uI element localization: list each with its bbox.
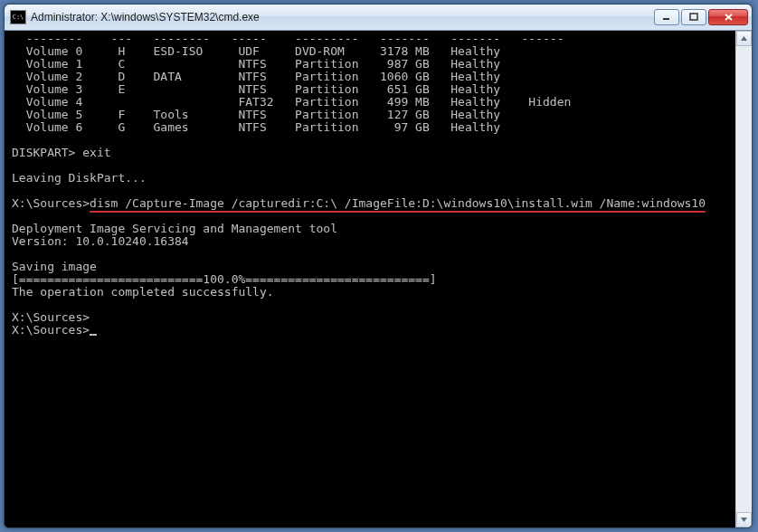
terminal-output[interactable]: -------- --- -------- ----- --------- --… [5,31,735,527]
volume-row: Volume 3 E NTFS Partition 651 GB Healthy [12,82,500,96]
svg-marker-5 [741,518,747,522]
close-button[interactable] [708,9,748,25]
divider-line: -------- --- -------- ----- --------- --… [12,32,564,45]
window-title: Administrator: X:\windows\SYSTEM32\cmd.e… [31,11,654,24]
window-controls [654,9,748,25]
scroll-down-button[interactable] [736,512,752,527]
volume-row: Volume 0 H ESD-ISO UDF DVD-ROM 3178 MB H… [12,44,500,58]
prompt: X:\Sources> [12,323,90,337]
volume-row: Volume 4 FAT32 Partition 499 MB Healthy … [12,95,571,109]
volume-row: Volume 2 D DATA NTFS Partition 1060 GB H… [12,70,500,83]
dism-version-line: Version: 10.0.10240.16384 [12,234,189,248]
dism-tool-line: Deployment Image Servicing and Managemen… [12,222,337,235]
scroll-track[interactable] [736,46,752,512]
prompt: X:\Sources> [12,196,90,210]
cmd-icon: C:\ [10,10,26,24]
minimize-button[interactable] [654,9,679,25]
maximize-button[interactable] [681,9,706,25]
operation-complete: The operation completed successfully. [12,285,274,299]
volume-row: Volume 1 C NTFS Partition 987 GB Healthy [12,57,500,71]
client-area: -------- --- -------- ----- --------- --… [5,31,752,527]
leaving-diskpart: Leaving DiskPart... [12,171,147,185]
dism-command: dism /Capture-Image /capturedir:C:\ /Ima… [90,197,706,210]
diskpart-exit: DISKPART> exit [12,146,111,159]
titlebar[interactable]: C:\ Administrator: X:\windows\SYSTEM32\c… [5,5,752,31]
svg-marker-4 [741,36,747,41]
volume-row: Volume 6 G Games NTFS Partition 97 GB He… [12,120,500,134]
cmd-window: C:\ Administrator: X:\windows\SYSTEM32\c… [4,4,753,528]
cursor [90,334,97,336]
volume-row: Volume 5 F Tools NTFS Partition 127 GB H… [12,108,500,121]
svg-rect-1 [690,14,697,20]
vertical-scrollbar[interactable] [735,31,752,527]
saving-image: Saving image [12,260,97,273]
prompt: X:\Sources> [12,310,90,324]
scroll-up-button[interactable] [736,31,752,46]
progress-bar: [==========================100.0%=======… [12,272,437,286]
